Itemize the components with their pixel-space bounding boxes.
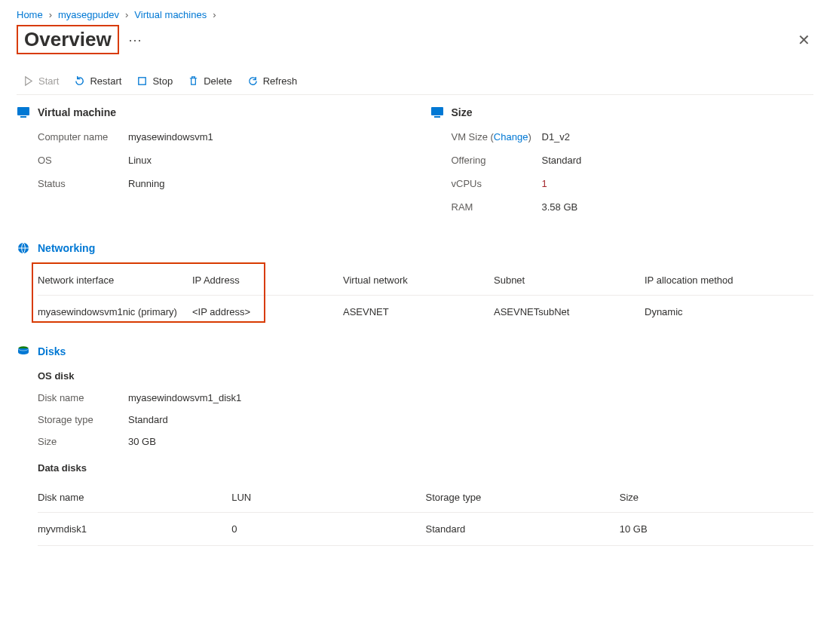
disks-section: Disks OS disk Disk namemyasewindowsvm1_d…: [17, 345, 813, 546]
cell-diskname: myvmdisk1: [38, 513, 231, 546]
cell-vnet: ASEVNET: [343, 296, 494, 329]
change-link[interactable]: Change: [494, 131, 528, 143]
page-title-highlight: Overview: [17, 25, 119, 54]
start-button: Start: [23, 75, 59, 87]
cell-size: 10 GB: [620, 513, 813, 546]
table-row[interactable]: myvmdisk1 0 Standard 10 GB: [38, 513, 813, 546]
storage-value: Standard: [128, 414, 168, 425]
restart-icon: [74, 75, 85, 87]
trash-icon: [188, 75, 199, 87]
breadcrumb-home[interactable]: Home: [17, 9, 43, 20]
ram-label: RAM: [452, 201, 542, 213]
th-alloc: IP allocation method: [645, 267, 813, 296]
svg-rect-0: [139, 78, 145, 84]
vmsize-label: VM Size (Change): [452, 131, 542, 143]
table-row[interactable]: myasewindowsvm1nic (primary) <IP address…: [38, 296, 813, 329]
vm-panel-title: Virtual machine: [38, 106, 116, 118]
cell-lun: 0: [231, 513, 425, 546]
th-vnet: Virtual network: [343, 267, 494, 296]
size-value: 30 GB: [128, 436, 156, 447]
vm-icon: [17, 106, 30, 119]
status-value: Running: [128, 178, 164, 189]
cell-subnet: ASEVNETsubNet: [494, 296, 645, 329]
play-icon: [23, 75, 34, 87]
svg-rect-4: [434, 116, 440, 118]
delete-button[interactable]: Delete: [188, 75, 232, 87]
offering-label: Offering: [452, 155, 542, 166]
breadcrumb-dev[interactable]: myasegpudev: [58, 9, 119, 20]
breadcrumb-vms[interactable]: Virtual machines: [134, 9, 207, 20]
svg-rect-1: [17, 107, 29, 115]
diskname-label: Disk name: [38, 392, 128, 403]
status-label: Status: [38, 178, 128, 189]
storage-label: Storage type: [38, 414, 128, 425]
cell-storage: Standard: [426, 513, 620, 546]
size-icon: [430, 106, 444, 119]
networking-table: Network interface IP Address Virtual net…: [38, 267, 813, 328]
data-disks-table: Disk name LUN Storage type Size myvmdisk…: [38, 484, 813, 546]
page-title: Overview: [24, 28, 112, 51]
th-lun: LUN: [231, 484, 425, 513]
vmsize-value: D1_v2: [542, 131, 571, 143]
th-ip: IP Address: [192, 267, 343, 296]
chevron-right-icon: ›: [125, 9, 128, 20]
restart-button[interactable]: Restart: [74, 75, 121, 87]
os-label: OS: [38, 155, 128, 166]
svg-rect-2: [20, 116, 26, 118]
diskname-value: myasewindowsvm1_disk1: [128, 392, 241, 403]
th-iface: Network interface: [38, 267, 192, 296]
os-disk-title: OS disk: [38, 370, 813, 382]
ram-value: 3.58 GB: [542, 201, 578, 213]
size-panel-title: Size: [452, 106, 473, 118]
disks-icon: [17, 345, 30, 358]
computer-name-value: myasewindowsvm1: [128, 131, 213, 143]
networking-section: Networking Network interface IP Address …: [17, 241, 813, 328]
disks-header[interactable]: Disks: [17, 345, 813, 358]
th-diskname: Disk name: [38, 484, 231, 513]
chevron-right-icon: ›: [49, 9, 52, 20]
stop-button[interactable]: Stop: [136, 75, 173, 87]
breadcrumb: Home › myasegpudev › Virtual machines ›: [17, 9, 813, 20]
refresh-icon: [247, 75, 259, 87]
toolbar: Start Restart Stop Delete Refresh: [17, 65, 813, 95]
th-size: Size: [620, 484, 813, 513]
more-icon[interactable]: ⋯: [128, 32, 143, 48]
chevron-right-icon: ›: [213, 9, 216, 20]
cell-ip: <IP address>: [192, 296, 343, 329]
size-label: Size: [38, 436, 128, 447]
cell-alloc: Dynamic: [645, 296, 813, 329]
offering-value: Standard: [542, 155, 582, 166]
network-icon: [17, 241, 30, 255]
computer-name-label: Computer name: [38, 131, 128, 143]
stop-icon: [136, 75, 148, 87]
vcpus-value: 1: [542, 178, 547, 189]
cell-iface: myasewindowsvm1nic (primary): [38, 296, 192, 329]
th-subnet: Subnet: [494, 267, 645, 296]
vm-panel: Virtual machine Computer namemyasewindow…: [17, 106, 400, 225]
vcpus-label: vCPUs: [452, 178, 542, 189]
svg-rect-3: [431, 107, 443, 115]
th-storage: Storage type: [426, 484, 620, 513]
refresh-button[interactable]: Refresh: [247, 75, 298, 87]
networking-header[interactable]: Networking: [17, 241, 813, 255]
os-value: Linux: [128, 155, 152, 166]
close-icon[interactable]: ✕: [795, 28, 813, 52]
data-disks-title: Data disks: [38, 462, 813, 474]
size-panel: Size VM Size (Change) D1_v2 OfferingStan…: [430, 106, 814, 225]
